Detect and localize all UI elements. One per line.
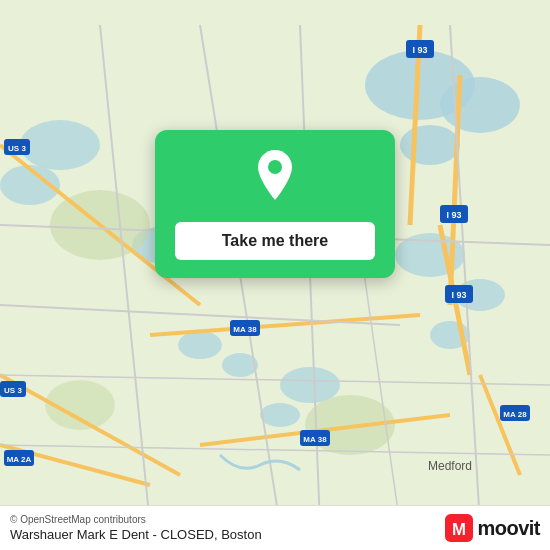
- svg-text:I 93: I 93: [412, 45, 427, 55]
- location-card: Take me there: [155, 130, 395, 278]
- svg-point-7: [178, 331, 222, 359]
- svg-text:Medford: Medford: [428, 459, 472, 473]
- svg-text:I 93: I 93: [451, 290, 466, 300]
- moovit-m-icon: M: [445, 514, 473, 542]
- take-me-there-button[interactable]: Take me there: [175, 222, 375, 260]
- osm-attribution: © OpenStreetMap contributors: [10, 514, 262, 525]
- svg-text:MA 28: MA 28: [503, 410, 527, 419]
- map-pin-icon: [251, 150, 299, 210]
- svg-text:I 93: I 93: [446, 210, 461, 220]
- svg-text:MA 2A: MA 2A: [7, 455, 32, 464]
- pin-icon-wrap: [247, 152, 303, 208]
- moovit-logo: M moovit: [445, 514, 540, 542]
- svg-point-3: [400, 125, 460, 165]
- svg-text:M: M: [452, 520, 466, 539]
- svg-text:MA 38: MA 38: [233, 325, 257, 334]
- svg-text:US 3: US 3: [8, 144, 26, 153]
- bottom-left-info: © OpenStreetMap contributors Warshauer M…: [10, 514, 262, 542]
- svg-text:US 3: US 3: [4, 386, 22, 395]
- moovit-brand-text: moovit: [477, 517, 540, 540]
- bottom-bar: © OpenStreetMap contributors Warshauer M…: [0, 505, 550, 550]
- map-container: I 93 I 93 I 93 US 3 US 3 MA 38 MA 38 MA …: [0, 0, 550, 550]
- svg-point-2: [440, 77, 520, 133]
- svg-point-4: [20, 120, 100, 170]
- svg-point-54: [268, 160, 282, 174]
- svg-text:MA 38: MA 38: [303, 435, 327, 444]
- location-name: Warshauer Mark E Dent - CLOSED, Boston: [10, 527, 262, 542]
- svg-point-12: [280, 367, 340, 403]
- svg-point-13: [260, 403, 300, 427]
